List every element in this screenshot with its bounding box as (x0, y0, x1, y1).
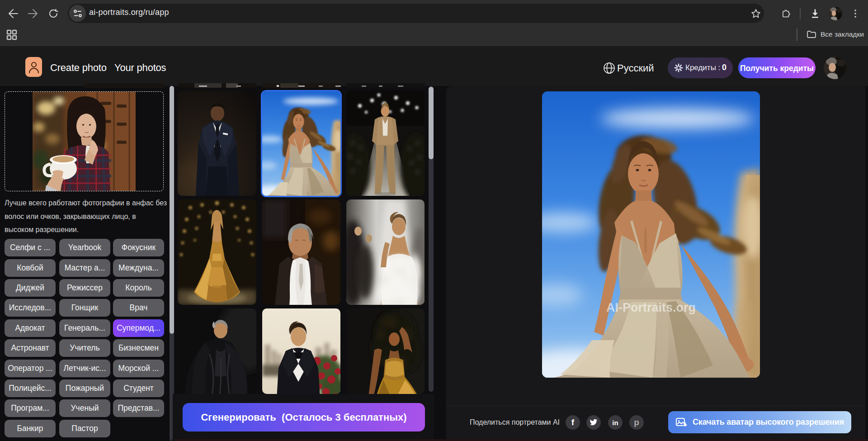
svg-text:AI-Portraits.org: AI-Portraits.org (606, 301, 696, 314)
